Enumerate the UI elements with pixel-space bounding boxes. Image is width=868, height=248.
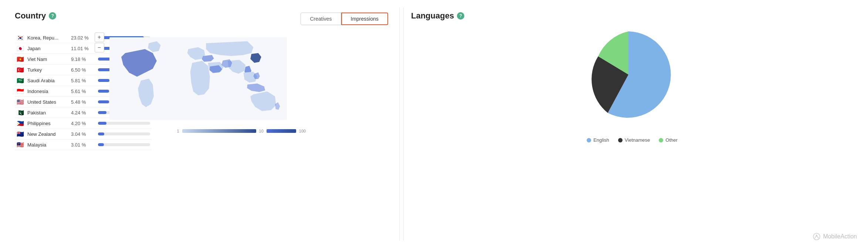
flag-icon: 🇺🇸 [16, 99, 24, 105]
legend-label: Vietnamese [625, 137, 650, 143]
country-percentage: 5.61 % [71, 89, 95, 94]
legend-min: 1 [177, 129, 179, 133]
country-percentage: 4.24 % [71, 110, 95, 116]
country-percentage: 4.20 % [71, 121, 95, 126]
country-percentage: 5.48 % [71, 99, 95, 105]
legend-mid: 10 [259, 129, 264, 133]
flag-icon: 🇹🇷 [16, 67, 24, 73]
branding: MobileAction [813, 232, 857, 241]
pie-legend: English Vietnamese Other [587, 137, 678, 143]
country-title: Country [15, 11, 46, 21]
flag-icon: 🇳🇿 [16, 131, 24, 137]
languages-title: Languages [411, 11, 454, 21]
svg-point-1 [813, 233, 820, 240]
country-percentage: 9.18 % [71, 56, 95, 62]
country-name: Saudi Arabia [27, 78, 68, 83]
languages-help-icon[interactable]: ? [457, 12, 464, 20]
branding-text: MobileAction [823, 233, 857, 240]
mobileaction-logo-icon [813, 232, 821, 241]
country-percentage: 3.01 % [71, 142, 95, 148]
legend-gradient-2 [267, 129, 296, 133]
country-name: United States [27, 99, 68, 105]
legend-dot [587, 138, 591, 142]
country-percentage: 11.01 % [71, 46, 95, 51]
flag-icon: 🇵🇭 [16, 120, 24, 126]
section-divider [399, 7, 400, 241]
country-name: Philippines [27, 121, 68, 126]
country-name: Turkey [27, 67, 68, 73]
pie-container: English Vietnamese Other [411, 27, 853, 143]
legend-item: English [587, 137, 609, 143]
languages-header: Languages ? [411, 11, 853, 21]
country-percentage: 3.04 % [71, 131, 95, 137]
legend-label: Other [665, 137, 678, 143]
country-name: New Zealand [27, 131, 68, 137]
flag-icon: 🇯🇵 [16, 45, 24, 51]
creatives-toggle-button[interactable]: Creatives [301, 13, 341, 25]
map-svg-container [95, 32, 388, 126]
country-name: Viet Nam [27, 56, 68, 62]
country-name: Korea, Repu... [27, 35, 68, 41]
country-name: Malaysia [27, 142, 68, 148]
flag-icon: 🇵🇰 [16, 110, 24, 116]
legend-gradient [182, 129, 256, 133]
country-name: Indonesia [27, 89, 68, 94]
country-name: Japan [27, 46, 68, 51]
map-controls: + − [95, 32, 104, 52]
legend-item: Vietnamese [618, 137, 650, 143]
country-percentage: 5.81 % [71, 78, 95, 83]
country-percentage: 23.02 % [71, 35, 95, 41]
legend-item: Other [659, 137, 678, 143]
map-area: + − [95, 32, 388, 150]
legend-dot [618, 138, 623, 142]
country-name: Pakistan [27, 110, 68, 116]
legend-max: 100 [299, 129, 306, 133]
pie-chart [580, 27, 684, 130]
svg-point-2 [816, 235, 817, 236]
impressions-toggle-button[interactable]: Impressions [341, 13, 388, 25]
country-header: Country ? [15, 11, 56, 21]
map-zoom-in-button[interactable]: + [95, 32, 104, 42]
legend-dot [659, 138, 663, 142]
map-legend: 1 10 100 [177, 129, 306, 133]
country-percentage: 6.50 % [71, 67, 95, 73]
flag-icon: 🇸🇦 [16, 78, 24, 83]
country-section: Country ? Creatives Impressions 🇰🇷 Korea… [7, 7, 396, 241]
languages-section: Languages ? En [403, 7, 861, 241]
flag-icon: 🇰🇷 [16, 35, 24, 41]
flag-icon: 🇮🇩 [16, 88, 24, 94]
flag-icon: 🇲🇾 [16, 142, 24, 148]
map-zoom-out-button[interactable]: − [95, 43, 104, 52]
legend-label: English [593, 137, 609, 143]
flag-icon: 🇻🇳 [16, 56, 24, 62]
country-help-icon[interactable]: ? [49, 12, 56, 20]
